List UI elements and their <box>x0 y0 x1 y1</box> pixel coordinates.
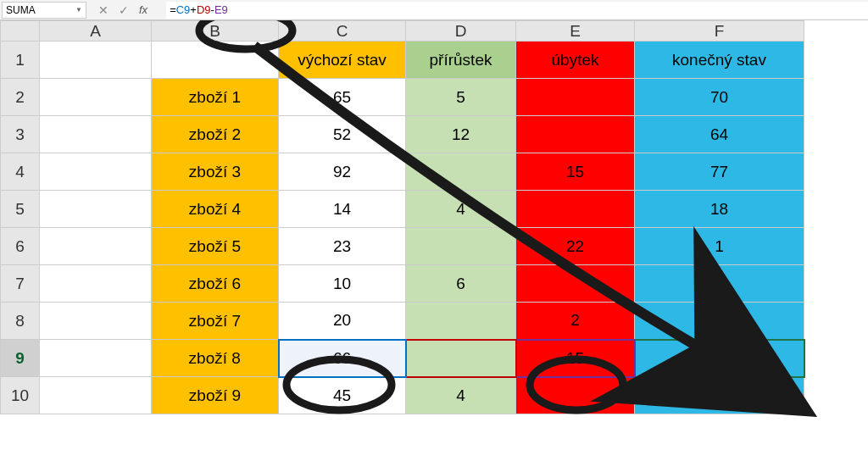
cell-F1[interactable]: konečný stav <box>635 42 804 79</box>
name-box[interactable]: SUMA ▼ <box>2 2 86 19</box>
cell-B3[interactable]: zboží 2 <box>152 116 279 153</box>
cell-A5[interactable] <box>40 191 152 228</box>
cell-E9[interactable]: 15 <box>516 340 635 377</box>
cell-C1[interactable]: výchozí stav <box>279 42 406 79</box>
formula-eq: = <box>170 3 176 16</box>
cell-C5[interactable]: 14 <box>279 191 406 228</box>
formula-plus: + <box>190 3 197 16</box>
cell-D2[interactable]: 5 <box>406 79 516 116</box>
cell-D5[interactable]: 4 <box>406 191 516 228</box>
cell-A1[interactable] <box>40 42 152 79</box>
cell-A6[interactable] <box>40 228 152 265</box>
cell-B7[interactable]: zboží 6 <box>152 265 279 303</box>
cell-E1[interactable]: úbytek <box>516 42 635 79</box>
col-header-E[interactable]: E <box>516 21 635 42</box>
cell-C10[interactable]: 45 <box>279 377 406 414</box>
row-header-5[interactable]: 5 <box>1 191 40 228</box>
cell-B2[interactable]: zboží 1 <box>152 79 279 116</box>
cell-B8[interactable]: zboží 7 <box>152 303 279 340</box>
cell-A8[interactable] <box>40 303 152 340</box>
cell-E5[interactable] <box>516 191 635 228</box>
cell-C3[interactable]: 52 <box>279 116 406 153</box>
row-header-9[interactable]: 9 <box>1 340 40 377</box>
confirm-icon[interactable]: ✓ <box>119 3 129 17</box>
cell-B5[interactable]: zboží 4 <box>152 191 279 228</box>
cell-A3[interactable] <box>40 116 152 153</box>
cell-F10[interactable]: 49 <box>635 377 804 414</box>
cell-E7[interactable] <box>516 265 635 303</box>
cell-A4[interactable] <box>40 153 152 191</box>
cell-D3[interactable]: 12 <box>406 116 516 153</box>
cell-C8[interactable]: 20 <box>279 303 406 340</box>
cell-D6[interactable] <box>406 228 516 265</box>
col-header-D[interactable]: D <box>406 21 516 42</box>
cell-A2[interactable] <box>40 79 152 116</box>
formula-input[interactable]: =C9+D9-E9 <box>166 2 868 19</box>
cell-C4[interactable]: 92 <box>279 153 406 191</box>
cancel-icon[interactable]: ✕ <box>98 3 108 17</box>
cell-B9[interactable]: zboží 8 <box>152 340 279 377</box>
row-header-4[interactable]: 4 <box>1 153 40 191</box>
cell-E4[interactable]: 15 <box>516 153 635 191</box>
cell-B1[interactable] <box>152 42 279 79</box>
row-header-3[interactable]: 3 <box>1 116 40 153</box>
formula-bar: SUMA ▼ ✕ ✓ fx =C9+D9-E9 <box>0 0 868 20</box>
formula-ref-c9: C9 <box>176 3 191 16</box>
cell-E3[interactable] <box>516 116 635 153</box>
cell-F9[interactable]: =C9+D9-E9 <box>635 340 804 377</box>
cell-D4[interactable] <box>406 153 516 191</box>
cell-B4[interactable]: zboží 3 <box>152 153 279 191</box>
chevron-down-icon[interactable]: ▼ <box>75 6 82 14</box>
name-box-text: SUMA <box>6 4 36 16</box>
cell-D9[interactable] <box>406 340 516 377</box>
cell-C9[interactable]: 66 <box>279 340 406 377</box>
cell-A7[interactable] <box>40 265 152 303</box>
cell-F7[interactable]: 16 <box>635 265 804 303</box>
cell-F6[interactable]: 1 <box>635 228 804 265</box>
cell-E10[interactable] <box>516 377 635 414</box>
cell-D8[interactable] <box>406 303 516 340</box>
cell-D1[interactable]: přírůstek <box>406 42 516 79</box>
cell-C7[interactable]: 10 <box>279 265 406 303</box>
row-header-2[interactable]: 2 <box>1 79 40 116</box>
cell-B10[interactable]: zboží 9 <box>152 377 279 414</box>
formula-bar-buttons: ✕ ✓ fx <box>86 3 166 17</box>
cell-C2[interactable]: 65 <box>279 79 406 116</box>
cell-F5[interactable]: 18 <box>635 191 804 228</box>
cell-A9[interactable] <box>40 340 152 377</box>
cell-C6[interactable]: 23 <box>279 228 406 265</box>
spreadsheet-grid[interactable]: A B C D E F 1 výchozí stav přírůstek úby… <box>0 20 805 414</box>
col-header-B[interactable]: B <box>152 21 279 42</box>
cell-F4[interactable]: 77 <box>635 153 804 191</box>
cell-F2[interactable]: 70 <box>635 79 804 116</box>
cell-F8[interactable]: 18 <box>635 303 804 340</box>
cell-F3[interactable]: 64 <box>635 116 804 153</box>
col-header-C[interactable]: C <box>279 21 406 42</box>
row-header-10[interactable]: 10 <box>1 377 40 414</box>
cell-D10[interactable]: 4 <box>406 377 516 414</box>
row-header-6[interactable]: 6 <box>1 228 40 265</box>
row-header-7[interactable]: 7 <box>1 265 40 303</box>
select-all-corner[interactable] <box>1 21 40 42</box>
col-header-F[interactable]: F <box>635 21 804 42</box>
cell-E2[interactable] <box>516 79 635 116</box>
cell-B6[interactable]: zboží 5 <box>152 228 279 265</box>
formula-ref-d9: D9 <box>197 3 211 16</box>
cell-A10[interactable] <box>40 377 152 414</box>
cell-D7[interactable]: 6 <box>406 265 516 303</box>
formula-ref-e9: E9 <box>214 3 228 16</box>
cell-E6[interactable]: 22 <box>516 228 635 265</box>
row-header-1[interactable]: 1 <box>1 42 40 79</box>
col-header-A[interactable]: A <box>40 21 152 42</box>
row-header-8[interactable]: 8 <box>1 303 40 340</box>
fx-label[interactable]: fx <box>139 3 147 16</box>
cell-E8[interactable]: 2 <box>516 303 635 340</box>
